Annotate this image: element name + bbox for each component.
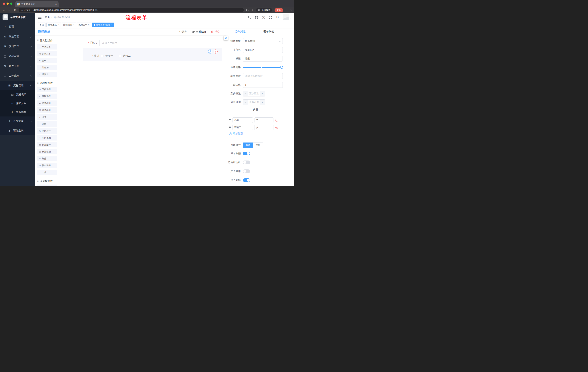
sidebar-item-workflow[interactable]: ☷ 工作流程 <box>0 71 35 81</box>
increase-button[interactable]: + <box>260 100 265 105</box>
field-name-input[interactable] <box>243 47 283 53</box>
palette-item-multi-text[interactable]: ▤多行文本 <box>37 51 57 56</box>
tag-home[interactable]: 首页 <box>38 22 45 27</box>
palette-item-select[interactable]: ⊙下拉选择 <box>37 87 57 92</box>
sidebar-item-task-management[interactable]: ⋔ 任务管理 <box>0 117 35 126</box>
palette-item-editor[interactable]: ¶编辑器 <box>37 72 57 77</box>
palette-item-switch[interactable]: ◐开关 <box>37 114 57 120</box>
drag-handle-icon[interactable]: ☰ <box>229 126 231 129</box>
link-icon[interactable] <box>224 36 228 40</box>
decrease-button[interactable]: − <box>243 100 248 105</box>
avatar[interactable] <box>283 14 291 20</box>
save-button[interactable]: ✓ 保存 <box>178 30 187 33</box>
help-icon[interactable]: ? <box>262 16 265 19</box>
gender-option2-checkbox[interactable]: 选项二 <box>119 54 131 57</box>
decrease-button[interactable]: − <box>243 91 248 96</box>
phone-field-input[interactable] <box>99 40 219 46</box>
selected-checkbox-widget[interactable]: 性别 选项一 选项二 <box>83 48 221 61</box>
show-label-toggle[interactable] <box>243 152 250 155</box>
sidebar-item-process-model[interactable]: ✈ 流程模型 <box>0 108 35 117</box>
palette-item-color-picker[interactable]: ⊛颜色选择 <box>37 163 57 168</box>
add-option-button[interactable]: + 添加选项 <box>229 132 283 135</box>
reload-icon[interactable]: ↻ <box>13 8 16 12</box>
palette-item-single-text[interactable]: ▭单行文本 <box>37 44 57 50</box>
border-toggle[interactable] <box>243 160 250 164</box>
disabled-toggle[interactable] <box>243 170 250 173</box>
default-value-input[interactable] <box>243 82 283 88</box>
password-key-icon[interactable] <box>246 9 249 11</box>
increase-button[interactable]: + <box>260 91 265 96</box>
close-window-button[interactable] <box>3 2 5 5</box>
tab-close-icon[interactable]: × <box>55 3 57 6</box>
option-name-input[interactable] <box>232 125 253 130</box>
maximize-window-button[interactable] <box>10 2 12 5</box>
palette-item-checkbox-group[interactable]: ☑多选框组 <box>37 107 57 113</box>
style-default-button[interactable]: 默认 <box>243 142 253 148</box>
sidebar-toggle-icon[interactable] <box>38 16 42 19</box>
browser-tab[interactable]: 芋道管理系统 × <box>15 1 59 7</box>
palette-item-time-range[interactable]: ◔时间范围 <box>37 135 57 140</box>
option-name-input[interactable] <box>232 117 253 123</box>
font-size-icon[interactable]: TT <box>276 16 279 19</box>
sidebar-item-user-group[interactable]: ☺ 用户分组 <box>0 99 35 108</box>
form-canvas[interactable]: 手机号 <box>81 36 226 186</box>
label-width-input[interactable] <box>243 73 283 79</box>
palette-item-time-picker[interactable]: ◷时间选择 <box>37 128 57 134</box>
tab-form-props[interactable]: 表单属性 <box>254 28 283 35</box>
back-icon[interactable]: ← <box>2 9 5 12</box>
form-grid-slider[interactable] <box>243 64 283 70</box>
fullscreen-icon[interactable] <box>269 16 272 19</box>
palette-item-radio-group[interactable]: ◉单选框组 <box>37 100 57 106</box>
tag-process-form-edit[interactable]: 流程表单-编辑 × <box>92 22 114 27</box>
palette-item-slider[interactable]: ⊸滑块 <box>37 121 57 127</box>
min-select-value[interactable]: 至少应选 <box>248 91 260 96</box>
close-icon[interactable]: × <box>111 24 112 26</box>
palette-item-row-container[interactable]: ▣行容器 <box>37 185 57 186</box>
minimize-window-button[interactable] <box>7 2 9 5</box>
component-type-select[interactable]: 多选框组 <box>243 38 283 44</box>
app-logo[interactable]: 芋道管理系统 <box>0 13 35 22</box>
copy-widget-button[interactable] <box>208 50 212 53</box>
tab-component-props[interactable]: 组件属性 <box>226 28 254 35</box>
tag-process-form[interactable]: 流程表单 × <box>77 22 91 27</box>
option-value-input[interactable] <box>254 117 273 123</box>
clear-button[interactable]: 清空 <box>211 30 220 33</box>
close-icon[interactable]: × <box>73 24 74 26</box>
view-json-button[interactable]: 查看json <box>192 30 206 33</box>
url-field[interactable]: ⚠ 不安全 dashboard.yudao.iocoder.cn/bpm/man… <box>19 8 244 12</box>
option-value-input[interactable] <box>254 125 273 130</box>
sidebar-item-devtools[interactable]: ⚒ 研发工具 <box>0 61 35 71</box>
tag-process-model[interactable]: 流程模型 × <box>62 22 76 27</box>
required-toggle[interactable] <box>243 178 250 182</box>
remove-option-icon[interactable]: − <box>275 126 278 129</box>
style-button-button[interactable]: 按钮 <box>253 142 263 148</box>
sidebar-item-system[interactable]: ⚙ 系统管理 <box>0 32 35 42</box>
slider-handle[interactable] <box>280 66 283 69</box>
breadcrumb-home[interactable]: 首页 <box>45 16 50 19</box>
sidebar-item-home[interactable]: ◔ 首页 <box>0 22 35 32</box>
close-icon[interactable]: × <box>88 24 90 26</box>
search-icon[interactable] <box>248 16 251 19</box>
gender-option1-checkbox[interactable]: 选项一 <box>101 54 113 57</box>
close-icon[interactable]: × <box>58 24 59 26</box>
browser-menu-icon[interactable]: ⋮ <box>286 9 288 11</box>
sidebar-item-payment[interactable]: ¥ 支付管理 <box>0 42 35 51</box>
palette-item-rate[interactable]: ☆评分 <box>37 156 57 161</box>
sidebar-item-process-management[interactable]: ☰ 流程管理 <box>0 81 35 90</box>
github-icon[interactable] <box>255 16 258 19</box>
palette-item-cascader[interactable]: ⋔级联选择 <box>37 94 57 99</box>
palette-item-upload[interactable]: ↥上传 <box>37 170 57 175</box>
bookmark-star-icon[interactable]: ☆ <box>251 8 254 12</box>
palette-item-date-picker[interactable]: ▦日期选择 <box>37 142 57 148</box>
palette-item-date-range[interactable]: ▥日期范围 <box>37 149 57 154</box>
new-tab-button[interactable]: + <box>61 1 63 5</box>
delete-widget-button[interactable] <box>214 50 218 53</box>
chevron-down-icon[interactable] <box>290 9 292 11</box>
max-select-value[interactable]: 最多可选 <box>248 100 260 105</box>
update-button[interactable]: 更新 <box>274 8 283 12</box>
tag-process-definition[interactable]: 流程定义 × <box>46 22 61 27</box>
title-input[interactable] <box>243 56 283 62</box>
remove-option-icon[interactable]: − <box>275 119 278 122</box>
forward-icon[interactable]: → <box>8 9 11 12</box>
sidebar-item-process-form[interactable]: ▤ 流程表单 <box>0 90 35 99</box>
